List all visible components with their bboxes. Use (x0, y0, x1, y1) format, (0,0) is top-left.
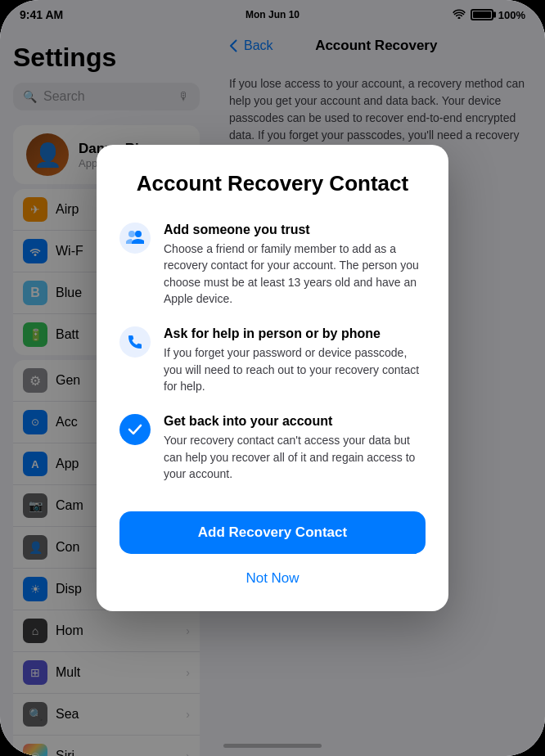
feature-trust-desc: Choose a friend or family member to add … (164, 241, 426, 307)
battery-icon (471, 9, 493, 20)
trust-icon-circle (119, 223, 151, 254)
modal-title: Account Recovery Contact (119, 171, 426, 196)
wifi-icon (453, 9, 466, 21)
modal-feature-trust: Add someone you trust Choose a friend or… (119, 223, 426, 307)
feature-trust-title: Add someone you trust (164, 223, 426, 237)
status-bar: 9:41 AM Mon Jun 10 100% (0, 0, 545, 29)
feature-recover-title: Get back into your account (164, 414, 426, 429)
status-date: Mon Jun 10 (245, 9, 300, 20)
home-indicator (223, 744, 322, 748)
not-now-button[interactable]: Not Now (119, 565, 426, 592)
feature-trust-text: Add someone you trust Choose a friend or… (164, 223, 426, 307)
feature-help-text: Ask for help in person or by phone If yo… (164, 326, 426, 394)
recover-icon-circle (119, 414, 151, 445)
feature-recover-text: Get back into your account Your recovery… (164, 414, 426, 482)
device-frame: 9:41 AM Mon Jun 10 100% Settings (0, 0, 545, 756)
add-recovery-contact-button[interactable]: Add Recovery Contact (119, 511, 426, 554)
modal-feature-help: Ask for help in person or by phone If yo… (119, 326, 426, 394)
modal-sheet: Account Recovery Contact Add someone you… (97, 145, 448, 611)
feature-help-desc: If you forget your password or device pa… (164, 344, 426, 394)
battery-label: 100% (498, 9, 525, 21)
status-time: 9:41 AM (20, 8, 63, 21)
status-icons: 100% (453, 9, 525, 21)
modal-feature-recover: Get back into your account Your recovery… (119, 414, 426, 482)
feature-help-title: Ask for help in person or by phone (164, 326, 426, 341)
feature-recover-desc: Your recovery contact can't access your … (164, 432, 426, 482)
help-icon-circle (119, 326, 151, 358)
modal-feature-list: Add someone you trust Choose a friend or… (119, 223, 426, 482)
